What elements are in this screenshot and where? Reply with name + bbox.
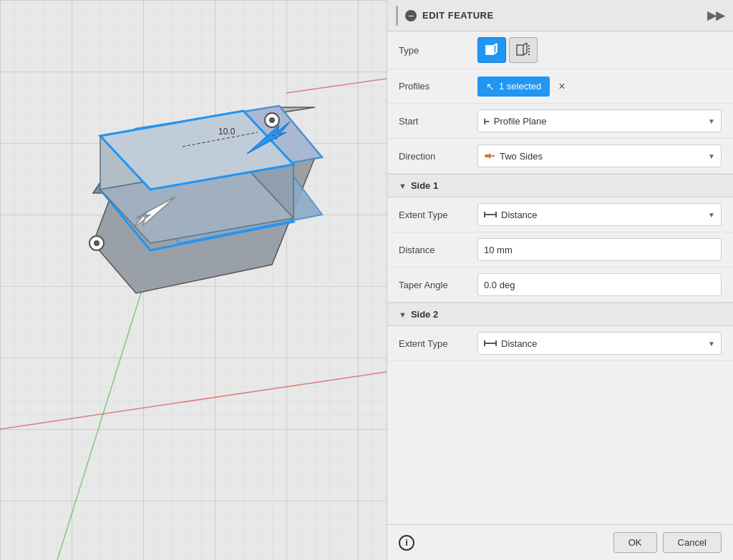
side1-extent-type-arrow: ▼: [708, 211, 715, 219]
revolve-icon: [515, 42, 531, 58]
start-icon: ⊢: [484, 116, 490, 127]
svg-rect-36: [485, 154, 489, 157]
grid-background: 10.0: [0, 0, 387, 560]
side1-taper-angle-value: 0.0 deg: [484, 280, 515, 290]
type-button-extrude[interactable]: [477, 37, 506, 63]
profiles-selected-button[interactable]: ↖ 1 selected: [477, 77, 550, 97]
panel-title: EDIT FEATURE: [422, 10, 707, 21]
side2-distance-icon: [484, 338, 497, 348]
panel-divider: [396, 6, 398, 26]
start-row: Start ⊢ Profile Plane ▼: [387, 104, 733, 139]
side2-collapse-arrow: ▼: [399, 310, 407, 319]
edit-feature-panel: EDIT FEATURE ▶▶ Type: [387, 0, 733, 560]
side1-taper-angle-label: Taper Angle: [399, 280, 477, 290]
viewport-3d: 10.0: [0, 0, 387, 560]
direction-dropdown[interactable]: Two Sides ▼: [477, 144, 722, 167]
cancel-button[interactable]: Cancel: [663, 532, 722, 553]
svg-marker-30: [493, 44, 497, 54]
type-buttons: [477, 37, 722, 63]
side1-extent-type-row: Extent Type Distance ▼: [387, 197, 733, 232]
side1-distance-input[interactable]: 10 mm: [477, 238, 722, 261]
side1-taper-angle-row: Taper Angle 0.0 deg: [387, 267, 733, 303]
side1-collapse-arrow: ▼: [399, 182, 407, 190]
side2-title: Side 2: [411, 309, 438, 320]
start-dropdown[interactable]: ⊢ Profile Plane ▼: [477, 109, 722, 132]
profiles-label: Profiles: [399, 81, 477, 92]
direction-icon: [484, 150, 495, 162]
side2-extent-type-arrow: ▼: [708, 340, 715, 348]
forward-button[interactable]: ▶▶: [707, 9, 724, 22]
svg-marker-37: [489, 153, 492, 159]
start-dropdown-text: ⊢ Profile Plane: [484, 116, 708, 127]
direction-value: Two Sides: [500, 151, 543, 162]
side2-extent-type-label: Extent Type: [399, 338, 477, 349]
profiles-row: Profiles ↖ 1 selected ×: [387, 69, 733, 104]
side1-extent-type-value: Distance: [501, 210, 538, 220]
panel-footer: i OK Cancel: [387, 524, 733, 560]
direction-row: Direction Two Sides ▼: [387, 139, 733, 174]
svg-point-24: [94, 240, 99, 246]
side1-extent-type-control: Distance ▼: [477, 203, 722, 226]
ok-button[interactable]: OK: [613, 532, 657, 553]
panel-content: Type: [387, 31, 733, 524]
start-control: ⊢ Profile Plane ▼: [477, 109, 722, 132]
info-icon: i: [399, 535, 414, 551]
side1-extent-type-label: Extent Type: [399, 210, 477, 220]
type-label: Type: [399, 45, 477, 56]
side2-section-header[interactable]: ▼ Side 2: [387, 303, 733, 326]
side1-distance-label: Distance: [399, 245, 477, 255]
svg-point-22: [269, 117, 275, 123]
side1-distance-value: 10 mm: [484, 245, 513, 255]
start-dropdown-arrow: ▼: [708, 117, 715, 125]
panel-header: EDIT FEATURE ▶▶: [387, 0, 733, 31]
side2-extent-type-value: Distance: [501, 338, 538, 349]
svg-text:10.0: 10.0: [218, 127, 236, 137]
side1-taper-angle-control: 0.0 deg: [477, 273, 722, 296]
extrude-icon: [484, 42, 500, 58]
direction-control: Two Sides ▼: [477, 144, 722, 167]
side1-title: Side 1: [411, 180, 438, 191]
side1-distance-row: Distance 10 mm: [387, 232, 733, 267]
cursor-icon: ↖: [486, 81, 495, 92]
profiles-control: ↖ 1 selected ×: [477, 77, 722, 97]
svg-rect-31: [517, 45, 523, 55]
side1-extent-type-text: Distance: [484, 210, 708, 220]
start-value: Profile Plane: [494, 116, 547, 127]
profiles-value: 1 selected: [499, 81, 541, 92]
side1-taper-angle-input[interactable]: 0.0 deg: [477, 273, 722, 296]
side2-extent-type-text: Distance: [484, 338, 708, 349]
type-row: Type: [387, 31, 733, 69]
start-label: Start: [399, 116, 477, 127]
side1-section-header[interactable]: ▼ Side 1: [387, 174, 733, 197]
direction-dropdown-arrow: ▼: [708, 152, 715, 160]
direction-dropdown-text: Two Sides: [484, 150, 708, 162]
side1-extent-type-dropdown[interactable]: Distance ▼: [477, 203, 722, 226]
svg-rect-25: [486, 46, 493, 54]
distance-icon: [484, 210, 497, 220]
side1-distance-control: 10 mm: [477, 238, 722, 261]
minus-icon: [405, 10, 417, 21]
profiles-clear-button[interactable]: ×: [555, 77, 568, 96]
type-button-revolve[interactable]: [509, 37, 538, 63]
side2-extent-type-dropdown[interactable]: Distance ▼: [477, 332, 722, 355]
side2-extent-type-row: Extent Type Distance ▼: [387, 326, 733, 361]
direction-label: Direction: [399, 151, 477, 162]
side2-extent-type-control: Distance ▼: [477, 332, 722, 355]
